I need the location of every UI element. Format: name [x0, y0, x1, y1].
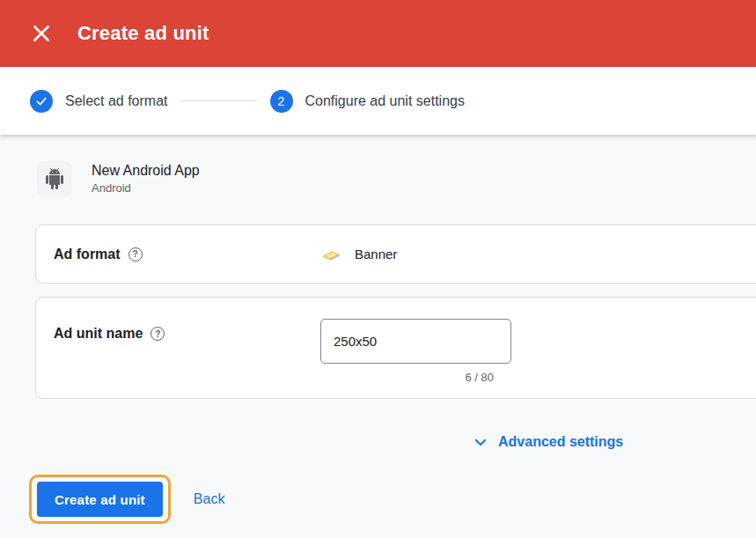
- ad-unit-name-label: Ad unit name: [54, 326, 143, 342]
- app-info: New Android App Android: [37, 161, 756, 196]
- chevron-down-icon: [473, 434, 488, 450]
- help-icon[interactable]: ?: [128, 247, 143, 262]
- step-select-ad-format[interactable]: Select ad format: [30, 90, 168, 113]
- step-connector: [180, 100, 258, 101]
- close-x-icon: [32, 24, 51, 43]
- app-meta: New Android App Android: [92, 163, 200, 195]
- step2-indicator: 2: [270, 90, 293, 113]
- step2-label: Configure ad unit settings: [305, 93, 465, 109]
- ad-unit-name-input[interactable]: [320, 319, 511, 364]
- close-icon[interactable]: [26, 18, 56, 48]
- ad-format-label: Ad format: [54, 247, 121, 262]
- create-ad-unit-page: Create ad unit Select ad format 2 Config…: [0, 0, 756, 524]
- ad-format-value: Banner: [355, 247, 397, 262]
- main-content: New Android App Android Ad format ? Bann…: [0, 135, 756, 524]
- stepper: Select ad format 2 Configure ad unit set…: [0, 67, 756, 135]
- help-icon[interactable]: ?: [150, 327, 165, 341]
- char-counter: 6 / 80: [320, 371, 511, 384]
- android-app-icon-chip: [37, 161, 72, 196]
- check-icon: [34, 94, 48, 108]
- ad-format-value-row: Banner: [320, 243, 397, 266]
- ad-unit-name-input-col: 6 / 80: [320, 319, 511, 384]
- back-button[interactable]: Back: [194, 491, 225, 507]
- step-configure-settings[interactable]: 2 Configure ad unit settings: [270, 90, 465, 113]
- step1-indicator: [30, 90, 53, 113]
- ad-unit-name-label-row: Ad unit name ?: [54, 326, 320, 342]
- banner-format-icon: [320, 243, 343, 266]
- app-platform: Android: [92, 181, 200, 195]
- actions-row: Create ad unit Back: [29, 475, 756, 524]
- advanced-settings-toggle[interactable]: Advanced settings: [473, 434, 623, 450]
- android-robot-icon: [44, 168, 65, 189]
- ad-format-label-row: Ad format ?: [54, 247, 320, 262]
- advanced-settings-row: Advanced settings: [473, 434, 756, 453]
- page-title: Create ad unit: [77, 22, 209, 45]
- advanced-settings-label: Advanced settings: [498, 434, 623, 450]
- step1-label: Select ad format: [65, 93, 168, 109]
- ad-unit-name-card: Ad unit name ? 6 / 80: [35, 297, 756, 399]
- create-ad-unit-button[interactable]: Create ad unit: [37, 482, 163, 517]
- app-name: New Android App: [92, 163, 200, 179]
- ad-format-card: Ad format ? Banner: [35, 225, 756, 284]
- header: Create ad unit: [0, 0, 756, 67]
- highlight-annotation: Create ad unit: [29, 475, 171, 524]
